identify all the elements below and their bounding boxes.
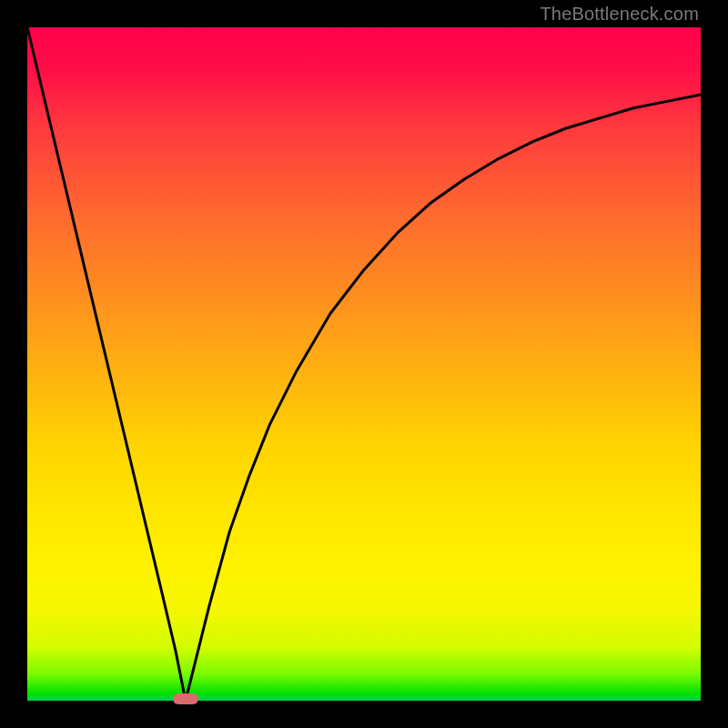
chart-frame: TheBottleneck.com <box>0 0 728 728</box>
minimum-marker <box>173 693 198 704</box>
watermark-text: TheBottleneck.com <box>540 4 699 25</box>
curve-svg <box>27 27 701 701</box>
plot-area <box>27 27 701 701</box>
curve-path <box>27 27 701 701</box>
